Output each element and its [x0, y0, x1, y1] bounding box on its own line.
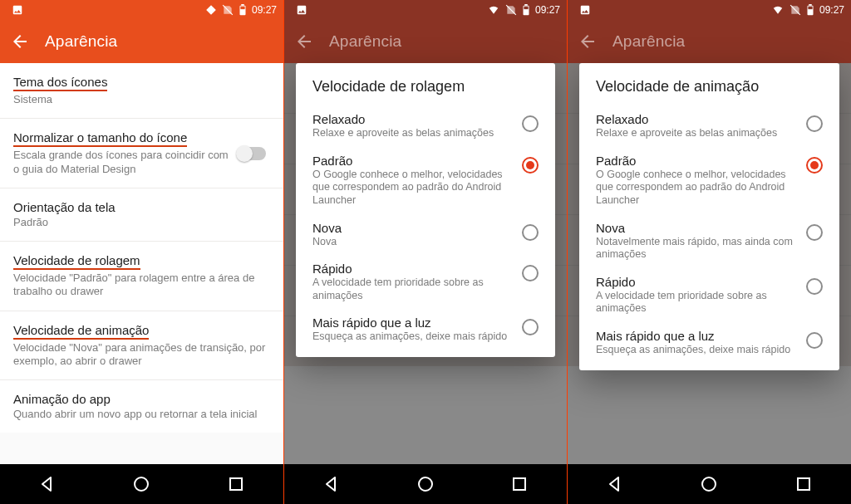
setting-app-animation[interactable]: Animação do appQuando abrir um novo app …: [0, 380, 283, 433]
svg-point-13: [702, 477, 716, 491]
screen-animation-speed-dialog: 09:27 Aparência TS NE OP VV VV Animação …: [567, 0, 851, 504]
nav-back-icon[interactable]: [605, 474, 625, 494]
battery-icon: [239, 4, 247, 16]
option-title: Nova: [312, 221, 514, 235]
svg-rect-14: [798, 478, 809, 490]
clock-text: 09:27: [252, 4, 277, 16]
radio-icon[interactable]: [522, 115, 539, 132]
nav-recent-icon[interactable]: [509, 474, 529, 494]
option-faster-than-light[interactable]: Mais rápido que a luzEsqueça as animaçõe…: [296, 309, 555, 350]
option-sub: A velocidade tem prioridade sobre as ani…: [312, 276, 514, 302]
nav-back-icon[interactable]: [37, 474, 57, 494]
battery-icon: [522, 4, 530, 16]
svg-rect-11: [809, 4, 812, 6]
nav-back-icon[interactable]: [322, 474, 342, 494]
setting-title: Velocidade de animação: [13, 323, 149, 340]
dialog-title: Velocidade de rolagem: [296, 63, 555, 105]
setting-sub: Escala grande dos ícones para coincidir …: [13, 149, 234, 176]
option-title: Relaxado: [312, 112, 514, 126]
clock-text: 09:27: [535, 4, 560, 16]
setting-title: Tema dos ícones: [13, 75, 107, 91]
setting-sub: Padrão: [13, 216, 270, 229]
option-title: Relaxado: [596, 112, 798, 126]
no-sim-icon: [790, 4, 801, 16]
option-title: Rápido: [312, 262, 514, 276]
dialog-animation-speed: Velocidade de animação RelaxadoRelaxe e …: [579, 63, 839, 370]
radio-icon[interactable]: [806, 224, 823, 241]
svg-point-3: [135, 477, 148, 491]
radio-icon[interactable]: [806, 115, 823, 132]
app-bar: Aparência: [0, 20, 283, 63]
option-sub: Relaxe e aproveite as belas animações: [596, 127, 798, 140]
page-title: Aparência: [612, 32, 685, 51]
nav-home-icon[interactable]: [699, 474, 719, 494]
option-sub: Esqueça as animações, deixe mais rápido: [312, 330, 514, 344]
setting-normalize-icon-size[interactable]: Normalizar o tamanho do íconeEscala gran…: [0, 119, 283, 188]
setting-sub: Velocidade "Padrão" para rolagem entre a…: [13, 272, 270, 299]
radio-icon[interactable]: [522, 265, 539, 281]
option-nova[interactable]: NovaNotavelmente mais rápido, mas ainda …: [579, 214, 839, 268]
no-sim-icon: [222, 4, 234, 16]
option-default[interactable]: PadrãoO Google conhece o melhor, velocid…: [296, 147, 555, 214]
nav-bar: [568, 464, 851, 504]
toggle-switch[interactable]: [238, 147, 266, 160]
setting-screen-orientation[interactable]: Orientação da telaPadrão: [0, 188, 283, 242]
page-title: Aparência: [45, 32, 117, 51]
image-icon: [12, 4, 23, 16]
radio-icon[interactable]: [522, 157, 539, 174]
option-sub: Notavelmente mais rápido, mas ainda com …: [596, 236, 798, 262]
setting-sub: Sistema: [13, 93, 270, 106]
option-faster-than-light[interactable]: Mais rápido que a luzEsqueça as animaçõe…: [579, 322, 839, 364]
option-title: Padrão: [596, 154, 798, 168]
setting-sub: Velocidade "Nova" para animações de tran…: [13, 341, 270, 369]
option-relaxed[interactable]: RelaxadoRelaxe e aproveite as belas anim…: [296, 105, 555, 147]
app-bar: Aparência: [284, 20, 567, 63]
screen-appearance-list: 09:27 Aparência Tema dos íconesSistema N…: [0, 0, 283, 504]
radio-icon[interactable]: [806, 332, 823, 349]
setting-sub: Quando abrir um novo app ou retornar a t…: [13, 408, 270, 421]
image-icon: [296, 4, 307, 16]
svg-rect-2: [240, 7, 244, 10]
dialog-title: Velocidade de animação: [579, 63, 839, 105]
svg-rect-12: [808, 7, 812, 10]
status-bar: 09:27: [284, 0, 567, 20]
radio-icon[interactable]: [522, 319, 539, 335]
option-fast[interactable]: RápidoA velocidade tem prioridade sobre …: [296, 255, 555, 309]
nav-bar: [0, 464, 283, 504]
option-fast[interactable]: RápidoA velocidade tem prioridade sobre …: [579, 268, 839, 322]
wifi-icon: [487, 4, 500, 16]
setting-title: Orientação da tela: [13, 200, 270, 214]
radio-icon[interactable]: [522, 224, 539, 241]
app-bar: Aparência: [568, 20, 851, 63]
clock-text: 09:27: [819, 4, 844, 16]
nav-home-icon[interactable]: [416, 474, 435, 494]
back-icon[interactable]: [294, 32, 314, 51]
option-title: Rápido: [596, 275, 798, 289]
option-title: Nova: [596, 221, 798, 235]
svg-rect-4: [230, 478, 242, 490]
setting-title: Velocidade de rolagem: [13, 253, 140, 270]
setting-animation-speed[interactable]: Velocidade de animaçãoVelocidade "Nova" …: [0, 311, 283, 381]
svg-rect-9: [514, 478, 525, 490]
option-title: Mais rápido que a luz: [312, 316, 514, 330]
option-title: Mais rápido que a luz: [596, 329, 798, 343]
setting-icon-theme[interactable]: Tema dos íconesSistema: [0, 63, 283, 119]
option-relaxed[interactable]: RelaxadoRelaxe e aproveite as belas anim…: [579, 105, 839, 147]
svg-rect-6: [524, 4, 528, 6]
option-sub: Nova: [312, 236, 514, 249]
nav-recent-icon[interactable]: [226, 474, 246, 494]
setting-scroll-speed[interactable]: Velocidade de rolagemVelocidade "Padrão"…: [0, 242, 283, 311]
back-icon[interactable]: [578, 32, 598, 51]
option-nova[interactable]: NovaNova: [296, 214, 555, 256]
option-default[interactable]: PadrãoO Google conhece o melhor, velocid…: [579, 147, 839, 214]
wifi-icon: [771, 4, 785, 16]
radio-icon[interactable]: [806, 278, 823, 295]
back-icon[interactable]: [10, 32, 30, 51]
dialog-scroll-speed: Velocidade de rolagem RelaxadoRelaxe e a…: [296, 63, 555, 357]
nav-home-icon[interactable]: [131, 474, 151, 494]
option-sub: A velocidade tem prioridade sobre as ani…: [596, 290, 798, 316]
nav-recent-icon[interactable]: [794, 474, 814, 494]
status-bar: 09:27: [568, 0, 851, 20]
option-title: Padrão: [312, 154, 514, 168]
radio-icon[interactable]: [806, 157, 823, 174]
